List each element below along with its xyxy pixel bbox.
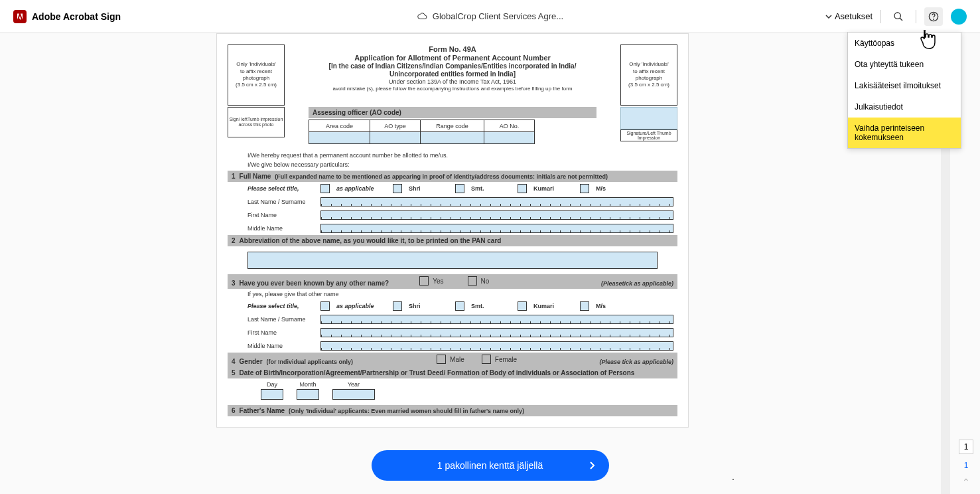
sign-box-right-wrap: Signature/Left Thumb Impression xyxy=(620,107,677,141)
row-label: Last Name / Surname xyxy=(247,316,314,323)
title-kumari-checkbox[interactable] xyxy=(518,184,527,193)
signature-field[interactable] xyxy=(620,107,677,129)
section-2-bar: 2 Abbreviation of the above name, as you… xyxy=(228,235,677,246)
gender-female-checkbox[interactable] xyxy=(482,355,491,364)
menu-item-release-notes[interactable]: Julkaisutiedot xyxy=(848,96,961,118)
svg-point-0 xyxy=(894,13,900,19)
header-right: Asetukset xyxy=(825,7,967,26)
ao-no-field[interactable] xyxy=(484,132,535,144)
user-avatar[interactable] xyxy=(951,9,967,25)
row-label: Last Name / Surname xyxy=(247,199,314,205)
date-day-field[interactable] xyxy=(261,389,283,400)
gender-male-checkbox[interactable] xyxy=(437,355,446,364)
section-num: 1 xyxy=(232,173,236,180)
section-num: 6 xyxy=(232,407,236,414)
title-ms-checkbox[interactable] xyxy=(580,184,589,193)
section-hint: (Please tick as applicable) xyxy=(599,359,673,365)
if-yes-row: If yes, please give that other name xyxy=(228,289,677,299)
first-name-field-2[interactable] xyxy=(320,328,673,337)
form-title: Application for Allotment of Permanent A… xyxy=(309,54,596,62)
menu-item-switch-classic[interactable]: Vaihda perinteiseen kokemukseen xyxy=(848,118,961,148)
opt-label: Female xyxy=(495,356,517,363)
request-text: I/We hereby request that a permanent acc… xyxy=(247,152,677,159)
other-name-yes-checkbox[interactable] xyxy=(419,276,429,286)
title-kumari-checkbox-2[interactable] xyxy=(518,301,527,311)
title-smt-checkbox[interactable] xyxy=(455,184,464,193)
title-smt-checkbox-2[interactable] xyxy=(455,301,464,311)
form-section-ref: Under section 139A of the Income Tax Act… xyxy=(309,78,596,85)
required-fields-pill[interactable]: 1 pakollinen kenttä jäljellä xyxy=(372,450,609,481)
opt-label: Smt. xyxy=(471,303,511,309)
chevron-right-icon xyxy=(589,461,596,470)
help-icon xyxy=(928,11,939,22)
ao-col-header: Area code xyxy=(309,120,370,132)
help-dropdown-menu: Käyttöopas Ota yhteyttä tukeen Lakisääte… xyxy=(847,32,961,149)
title-checkbox[interactable] xyxy=(320,184,330,193)
middle-name-field[interactable] xyxy=(320,224,673,233)
first-name-field[interactable] xyxy=(320,210,673,220)
opt-label: Kumari xyxy=(533,185,573,192)
menu-item-user-guide[interactable]: Käyttöopas xyxy=(848,33,961,54)
app-header: Adobe Acrobat Sign GlobalCrop Client Ser… xyxy=(0,0,980,33)
section-title: Gender xyxy=(240,358,263,365)
title-select-row: Please select title, as applicable Shri … xyxy=(228,182,677,195)
photo-text: to affix recent xyxy=(633,68,665,75)
opt-label: Smt. xyxy=(471,185,511,192)
title-ms-checkbox-2[interactable] xyxy=(580,301,589,311)
section-hint: (Full expanded name to be mentioned as a… xyxy=(275,173,608,180)
ao-type-field[interactable] xyxy=(370,132,421,144)
doc-title-text: GlobalCrop Client Services Agre... xyxy=(433,11,563,21)
document-viewport: Only 'Individuals' to affix recent photo… xyxy=(0,33,980,494)
date-month-col: Month xyxy=(297,381,319,400)
page-indicator: 1 1 ⌃ xyxy=(959,440,973,487)
sign-label-right: Signature/Left Thumb Impression xyxy=(620,129,677,141)
chevron-down-icon xyxy=(825,15,832,19)
opt-label: Yes xyxy=(433,278,443,285)
first-name-row: First Name xyxy=(228,208,677,222)
date-month-field[interactable] xyxy=(297,389,319,400)
middle-name-field-2[interactable] xyxy=(320,341,673,351)
search-icon xyxy=(893,11,904,22)
section-num: 4 xyxy=(232,358,236,365)
photo-box-right: Only 'Individuals' to affix recent photo… xyxy=(620,44,677,106)
ao-area: Assessing officer (AO code) Area code AO… xyxy=(309,107,596,144)
title-select-row-2: Please select title, as applicable Shri … xyxy=(228,299,677,313)
cloud-icon xyxy=(417,11,427,22)
last-name-field[interactable] xyxy=(320,197,673,206)
date-label: Year xyxy=(332,381,375,388)
scroll-up-icon[interactable]: ⌃ xyxy=(962,477,970,487)
first-name-row-2: First Name xyxy=(228,326,677,339)
current-page-box[interactable]: 1 xyxy=(959,440,973,454)
section-num: 2 xyxy=(232,237,236,244)
last-name-row-2: Last Name / Surname xyxy=(228,313,677,326)
form-number: Form No. 49A xyxy=(309,45,596,53)
title-checkbox-2[interactable] xyxy=(320,301,330,311)
menu-item-contact-support[interactable]: Ota yhteyttä tukeen xyxy=(848,54,961,75)
header-doc-title: GlobalCrop Client Services Agre... xyxy=(417,11,563,22)
settings-dropdown-button[interactable]: Asetukset xyxy=(825,11,873,21)
date-year-field[interactable] xyxy=(332,389,375,400)
ao-range-code-field[interactable] xyxy=(421,132,484,144)
menu-item-legal-notices[interactable]: Lakisääteiset ilmoitukset xyxy=(848,75,961,96)
last-name-field-2[interactable] xyxy=(320,315,673,324)
search-button[interactable] xyxy=(889,7,908,26)
row-label: Middle Name xyxy=(247,343,314,349)
title-shri-checkbox-2[interactable] xyxy=(393,301,402,311)
title-shri-checkbox[interactable] xyxy=(393,184,402,193)
document-page: Only 'Individuals' to affix recent photo… xyxy=(216,33,689,428)
opt-label: Shri xyxy=(409,185,449,192)
doc-title-block: Form No. 49A Application for Allotment o… xyxy=(309,44,596,92)
photo-text: photograph xyxy=(636,75,662,82)
other-name-no-checkbox[interactable] xyxy=(468,276,477,286)
help-button[interactable] xyxy=(924,7,943,26)
row-label: Please select title, xyxy=(247,303,314,309)
abbreviation-field[interactable] xyxy=(247,252,658,269)
ao-area-code-field[interactable] xyxy=(309,132,370,144)
last-name-row: Last Name / Surname xyxy=(228,195,677,208)
ao-table: Area code AO type Range code AO No. xyxy=(309,120,535,144)
opt-label: as applicable xyxy=(336,185,386,192)
date-label: Day xyxy=(261,381,283,388)
signature-row: Sign/ leftTumb impression across this ph… xyxy=(228,107,677,144)
adobe-logo-icon xyxy=(13,10,27,23)
section-4-bar: 4 Gender (for Individual applicants only… xyxy=(228,353,677,367)
